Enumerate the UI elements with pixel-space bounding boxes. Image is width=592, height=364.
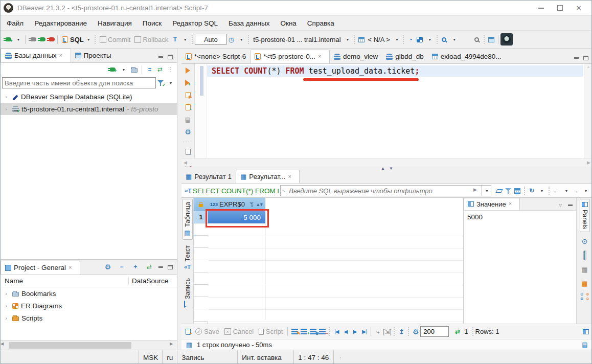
tree-item-scripts[interactable]: › Scripts	[1, 312, 177, 324]
search-dropdown-icon[interactable]	[450, 35, 459, 44]
transaction-mode-icon[interactable]: T	[170, 35, 179, 44]
tab-result-2[interactable]: Результат...	[236, 170, 300, 184]
collapse-all-icon[interactable]	[117, 262, 126, 271]
collapse-all-icon[interactable]: =	[145, 65, 154, 74]
view-tab-grid[interactable]: Таблица	[183, 199, 193, 240]
close-tab-icon[interactable]	[288, 173, 295, 180]
tab-demo-view[interactable]: demo_view	[330, 50, 382, 63]
maximize-view-icon[interactable]	[168, 265, 173, 269]
execute-script-new-icon[interactable]: +	[184, 103, 193, 112]
fetch-next-page-icon[interactable]: ⤷	[373, 327, 382, 336]
menu-file[interactable]: Файл	[7, 19, 24, 27]
expand-filter-icon[interactable]	[282, 187, 289, 194]
tab-gibdd-db[interactable]: gibdd_db	[382, 50, 428, 63]
execute-statement-icon[interactable]	[184, 66, 193, 75]
clear-filter-icon[interactable]	[494, 186, 504, 195]
scroll-right-icon[interactable]	[170, 342, 177, 349]
minimize-view-icon[interactable]	[574, 57, 579, 59]
sql-editor-button[interactable]: SQL	[60, 36, 93, 43]
maximize-view-icon[interactable]	[168, 55, 173, 59]
menu-database[interactable]: База данных	[229, 19, 269, 27]
tree-item-t5-prostore[interactable]: › ✓ t5-prostore-01.ru-central1.internal …	[1, 103, 177, 115]
cancel-button[interactable]: ×Cancel	[222, 328, 256, 335]
close-tab-icon[interactable]	[318, 53, 325, 60]
maximize-view-icon[interactable]	[583, 56, 588, 60]
export-script-icon[interactable]: →	[184, 147, 193, 156]
forward-dropdown-icon[interactable]	[581, 186, 590, 195]
last-row-icon[interactable]	[359, 327, 369, 336]
tree-item-bookmarks[interactable]: › Bookmarks	[1, 287, 177, 300]
delete-row-icon[interactable]: −	[317, 327, 327, 336]
tab-projects[interactable]: Проекты	[71, 49, 116, 62]
menu-edit[interactable]: Редактирование	[34, 19, 87, 27]
metadata-panel-icon[interactable]	[580, 279, 589, 288]
filter-settings-icon[interactable]	[504, 186, 513, 195]
refresh-count-icon[interactable]	[453, 327, 462, 336]
tree-item-sample-database[interactable]: › DBeaver Sample Database (SQLite)	[1, 90, 177, 103]
back-dropdown-icon[interactable]	[562, 186, 571, 195]
panel-splitter[interactable]	[177, 49, 181, 350]
calc-panel-icon[interactable]	[580, 265, 589, 274]
apply-filter-icon[interactable]	[473, 187, 481, 194]
edit-mode-status[interactable]: Запись	[177, 350, 237, 364]
editor-horizontal-scrollbar[interactable]	[181, 158, 592, 166]
connection-dropdown-icon[interactable]	[119, 65, 128, 74]
filter-dropdown-icon[interactable]	[166, 78, 175, 87]
scroll-right-icon[interactable]	[587, 160, 590, 165]
menu-search[interactable]: Поиск	[143, 19, 162, 27]
refresh-results-icon[interactable]	[527, 186, 536, 195]
next-row-icon[interactable]	[350, 327, 359, 336]
explain-plan-icon[interactable]	[184, 115, 193, 124]
connection-selector[interactable]: t5-prostore-01 ... tral1.internal	[251, 33, 351, 46]
caret-position-status[interactable]: 1 : 47 : 46	[293, 350, 333, 364]
scroll-left-icon[interactable]	[1, 342, 8, 349]
execute-new-tab-icon[interactable]: +	[184, 78, 193, 87]
view-tab-text[interactable]: Текст «T	[183, 243, 192, 272]
expand-chevron-icon[interactable]: ›	[3, 303, 10, 309]
grid-corner-icon[interactable]: +	[184, 327, 193, 336]
navigate-back-icon[interactable]	[552, 186, 561, 195]
minimize-view-icon[interactable]	[158, 266, 163, 268]
tab-project-general[interactable]: Project - General	[1, 261, 80, 275]
network-profile-icon[interactable]	[415, 35, 424, 44]
add-row-icon[interactable]: +	[299, 327, 308, 336]
link-with-editor-icon[interactable]	[155, 65, 165, 74]
tab-exload[interactable]: exload_4994de80...	[428, 50, 506, 63]
network-dropdown-icon[interactable]	[425, 35, 435, 44]
insert-mode-status[interactable]: Инт. вставка	[237, 350, 293, 364]
column-datasource[interactable]: DataSource	[128, 277, 177, 285]
project-settings-icon[interactable]	[103, 262, 112, 271]
maximize-window-icon[interactable]	[557, 5, 563, 11]
sql-statement[interactable]: SELECT COUNT(*) FROM test_upload_data.ti…	[212, 66, 419, 76]
script-button[interactable]: Script	[256, 328, 285, 335]
disconnect-icon[interactable]	[46, 35, 55, 44]
save-button[interactable]: ✓Save	[193, 328, 222, 335]
previous-row-icon[interactable]	[341, 327, 350, 336]
fetch-size-input[interactable]	[420, 326, 449, 337]
toggle-panels-icon[interactable]	[581, 327, 590, 336]
column-sort-icon[interactable]: ▲▼	[256, 202, 263, 207]
project-horizontal-scrollbar[interactable]	[1, 340, 177, 350]
expand-chevron-icon[interactable]: ›	[3, 315, 10, 321]
new-connection-icon[interactable]: +	[108, 65, 117, 74]
execute-script-icon[interactable]: ▶	[184, 90, 193, 100]
new-connection-dropdown-icon[interactable]	[14, 35, 23, 44]
rollback-button[interactable]: Rollback	[132, 36, 170, 43]
database-selector[interactable]: < N/A >	[366, 33, 401, 46]
grouping-panel-icon[interactable]	[580, 237, 589, 246]
expand-chevron-icon[interactable]: ›	[3, 94, 10, 100]
new-connection-icon[interactable]: +	[4, 35, 13, 44]
connect-icon[interactable]	[28, 35, 37, 44]
editor-vertical-scrollbar[interactable]: ⌃	[584, 64, 592, 158]
export-results-icon[interactable]	[397, 327, 406, 336]
menu-help[interactable]: Справка	[307, 19, 334, 27]
tab-result-1[interactable]: Результат 1	[181, 170, 236, 184]
tab-script-6[interactable]: *<none> Script-6	[181, 50, 250, 63]
tab-script-7[interactable]: *<t5-prostore-0...	[250, 50, 330, 63]
minimize-window-icon[interactable]	[538, 8, 544, 9]
close-tab-icon[interactable]	[69, 264, 76, 271]
fetch-all-rows-icon[interactable]: [⇲]	[382, 327, 392, 336]
view-tab-record[interactable]: Запись •	[183, 276, 192, 311]
dbeaver-perspective-icon[interactable]	[500, 33, 513, 46]
reconnect-icon[interactable]	[37, 35, 46, 44]
